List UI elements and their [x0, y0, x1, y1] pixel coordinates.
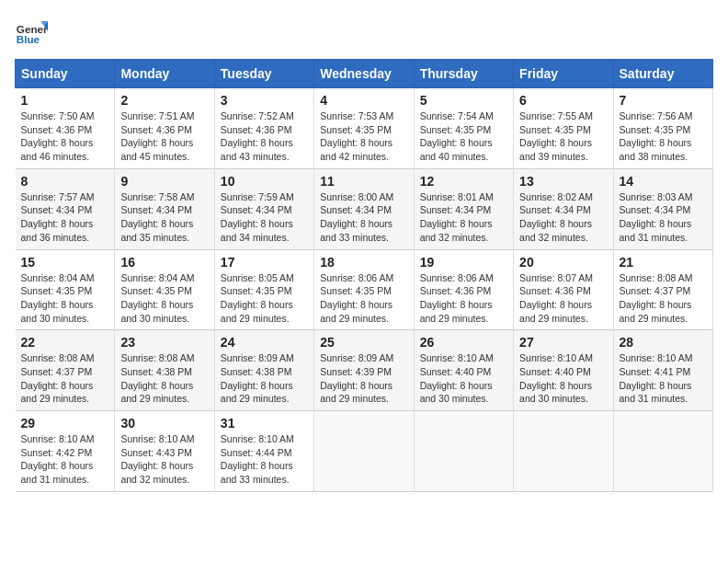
cell-info: Sunrise: 7:58 AMSunset: 4:34 PMDaylight:… — [120, 190, 208, 245]
week-row: 1Sunrise: 7:50 AMSunset: 4:36 PMDaylight… — [16, 88, 713, 169]
col-header-thursday: Thursday — [414, 60, 513, 88]
day-number: 21 — [620, 255, 707, 270]
day-number: 17 — [221, 255, 308, 270]
calendar-cell: 29Sunrise: 8:10 AMSunset: 4:42 PMDayligh… — [16, 411, 115, 492]
cell-info: Sunrise: 7:56 AMSunset: 4:35 PMDaylight:… — [620, 109, 707, 164]
day-number: 9 — [120, 174, 208, 189]
col-header-sunday: Sunday — [16, 60, 115, 88]
cell-info: Sunrise: 8:10 AMSunset: 4:44 PMDaylight:… — [221, 432, 308, 487]
calendar-cell: 15Sunrise: 8:04 AMSunset: 4:35 PMDayligh… — [16, 249, 115, 330]
day-number: 2 — [120, 93, 208, 108]
calendar-cell: 27Sunrise: 8:10 AMSunset: 4:40 PMDayligh… — [514, 330, 613, 411]
calendar-cell: 14Sunrise: 8:03 AMSunset: 4:34 PMDayligh… — [613, 168, 712, 249]
calendar-cell: 30Sunrise: 8:10 AMSunset: 4:43 PMDayligh… — [115, 411, 214, 492]
day-number: 31 — [221, 416, 308, 431]
calendar-cell: 4Sunrise: 7:53 AMSunset: 4:35 PMDaylight… — [314, 88, 414, 169]
day-number: 26 — [420, 335, 507, 350]
cell-info: Sunrise: 8:08 AMSunset: 4:37 PMDaylight:… — [620, 271, 707, 326]
day-number: 7 — [620, 93, 707, 108]
calendar-cell: 2Sunrise: 7:51 AMSunset: 4:36 PMDaylight… — [115, 88, 214, 169]
day-number: 25 — [320, 335, 407, 350]
cell-info: Sunrise: 8:08 AMSunset: 4:38 PMDaylight:… — [120, 351, 208, 406]
calendar-cell: 11Sunrise: 8:00 AMSunset: 4:34 PMDayligh… — [314, 168, 414, 249]
calendar-cell: 21Sunrise: 8:08 AMSunset: 4:37 PMDayligh… — [613, 249, 712, 330]
day-number: 15 — [21, 255, 109, 270]
calendar-cell: 25Sunrise: 8:09 AMSunset: 4:39 PMDayligh… — [314, 330, 414, 411]
week-row: 15Sunrise: 8:04 AMSunset: 4:35 PMDayligh… — [16, 249, 713, 330]
week-row: 29Sunrise: 8:10 AMSunset: 4:42 PMDayligh… — [16, 411, 713, 492]
calendar-cell: 28Sunrise: 8:10 AMSunset: 4:41 PMDayligh… — [613, 330, 712, 411]
calendar-cell: 7Sunrise: 7:56 AMSunset: 4:35 PMDaylight… — [613, 88, 712, 169]
cell-info: Sunrise: 7:59 AMSunset: 4:34 PMDaylight:… — [221, 190, 308, 245]
calendar-cell: 31Sunrise: 8:10 AMSunset: 4:44 PMDayligh… — [214, 411, 313, 492]
calendar-cell: 12Sunrise: 8:01 AMSunset: 4:34 PMDayligh… — [414, 168, 513, 249]
calendar-cell — [314, 411, 414, 492]
logo: General Blue — [15, 15, 48, 48]
col-header-monday: Monday — [115, 60, 214, 88]
cell-info: Sunrise: 8:10 AMSunset: 4:40 PMDaylight:… — [420, 351, 507, 406]
cell-info: Sunrise: 8:04 AMSunset: 4:35 PMDaylight:… — [120, 271, 208, 326]
day-number: 24 — [221, 335, 308, 350]
day-number: 23 — [120, 335, 208, 350]
calendar-cell: 6Sunrise: 7:55 AMSunset: 4:35 PMDaylight… — [514, 88, 613, 169]
cell-info: Sunrise: 7:51 AMSunset: 4:36 PMDaylight:… — [120, 109, 208, 164]
day-number: 4 — [320, 93, 407, 108]
cell-info: Sunrise: 8:04 AMSunset: 4:35 PMDaylight:… — [21, 271, 109, 326]
cell-info: Sunrise: 8:01 AMSunset: 4:34 PMDaylight:… — [420, 190, 507, 245]
cell-info: Sunrise: 8:02 AMSunset: 4:34 PMDaylight:… — [519, 190, 607, 245]
col-header-wednesday: Wednesday — [314, 60, 414, 88]
page-header: General Blue — [15, 15, 713, 48]
cell-info: Sunrise: 8:03 AMSunset: 4:34 PMDaylight:… — [620, 190, 707, 245]
calendar-cell: 23Sunrise: 8:08 AMSunset: 4:38 PMDayligh… — [115, 330, 214, 411]
calendar-cell — [613, 411, 712, 492]
day-number: 12 — [420, 174, 507, 189]
calendar-table: SundayMondayTuesdayWednesdayThursdayFrid… — [15, 59, 713, 492]
day-number: 29 — [21, 416, 109, 431]
cell-info: Sunrise: 8:05 AMSunset: 4:35 PMDaylight:… — [221, 271, 308, 326]
day-number: 30 — [120, 416, 208, 431]
cell-info: Sunrise: 7:54 AMSunset: 4:35 PMDaylight:… — [420, 109, 507, 164]
cell-info: Sunrise: 8:06 AMSunset: 4:35 PMDaylight:… — [320, 271, 407, 326]
calendar-cell — [514, 411, 613, 492]
cell-info: Sunrise: 8:07 AMSunset: 4:36 PMDaylight:… — [519, 271, 607, 326]
cell-info: Sunrise: 7:52 AMSunset: 4:36 PMDaylight:… — [221, 109, 308, 164]
cell-info: Sunrise: 7:57 AMSunset: 4:34 PMDaylight:… — [21, 190, 109, 245]
cell-info: Sunrise: 7:55 AMSunset: 4:35 PMDaylight:… — [519, 109, 607, 164]
day-number: 19 — [420, 255, 507, 270]
cell-info: Sunrise: 8:06 AMSunset: 4:36 PMDaylight:… — [420, 271, 507, 326]
calendar-cell: 26Sunrise: 8:10 AMSunset: 4:40 PMDayligh… — [414, 330, 513, 411]
day-number: 20 — [519, 255, 607, 270]
calendar-cell: 17Sunrise: 8:05 AMSunset: 4:35 PMDayligh… — [214, 249, 313, 330]
calendar-cell: 18Sunrise: 8:06 AMSunset: 4:35 PMDayligh… — [314, 249, 414, 330]
day-number: 11 — [320, 174, 407, 189]
day-number: 10 — [221, 174, 308, 189]
day-number: 18 — [320, 255, 407, 270]
calendar-cell: 10Sunrise: 7:59 AMSunset: 4:34 PMDayligh… — [214, 168, 313, 249]
calendar-cell: 16Sunrise: 8:04 AMSunset: 4:35 PMDayligh… — [115, 249, 214, 330]
calendar-cell: 24Sunrise: 8:09 AMSunset: 4:38 PMDayligh… — [214, 330, 313, 411]
calendar-cell: 20Sunrise: 8:07 AMSunset: 4:36 PMDayligh… — [514, 249, 613, 330]
logo-icon: General Blue — [15, 15, 48, 48]
cell-info: Sunrise: 8:10 AMSunset: 4:41 PMDaylight:… — [620, 351, 707, 406]
day-number: 8 — [21, 174, 109, 189]
cell-info: Sunrise: 8:00 AMSunset: 4:34 PMDaylight:… — [320, 190, 407, 245]
svg-text:Blue: Blue — [17, 33, 40, 45]
day-number: 5 — [420, 93, 507, 108]
day-number: 3 — [221, 93, 308, 108]
day-number: 27 — [519, 335, 607, 350]
col-header-saturday: Saturday — [613, 60, 712, 88]
cell-info: Sunrise: 7:50 AMSunset: 4:36 PMDaylight:… — [21, 109, 109, 164]
cell-info: Sunrise: 8:09 AMSunset: 4:39 PMDaylight:… — [320, 351, 407, 406]
calendar-cell — [414, 411, 513, 492]
day-number: 28 — [620, 335, 707, 350]
cell-info: Sunrise: 7:53 AMSunset: 4:35 PMDaylight:… — [320, 109, 407, 164]
calendar-cell: 1Sunrise: 7:50 AMSunset: 4:36 PMDaylight… — [16, 88, 115, 169]
cell-info: Sunrise: 8:09 AMSunset: 4:38 PMDaylight:… — [221, 351, 308, 406]
day-number: 1 — [21, 93, 109, 108]
cell-info: Sunrise: 8:10 AMSunset: 4:43 PMDaylight:… — [120, 432, 208, 487]
calendar-cell: 13Sunrise: 8:02 AMSunset: 4:34 PMDayligh… — [514, 168, 613, 249]
calendar-cell: 8Sunrise: 7:57 AMSunset: 4:34 PMDaylight… — [16, 168, 115, 249]
week-row: 8Sunrise: 7:57 AMSunset: 4:34 PMDaylight… — [16, 168, 713, 249]
cell-info: Sunrise: 8:08 AMSunset: 4:37 PMDaylight:… — [21, 351, 109, 406]
day-number: 14 — [620, 174, 707, 189]
